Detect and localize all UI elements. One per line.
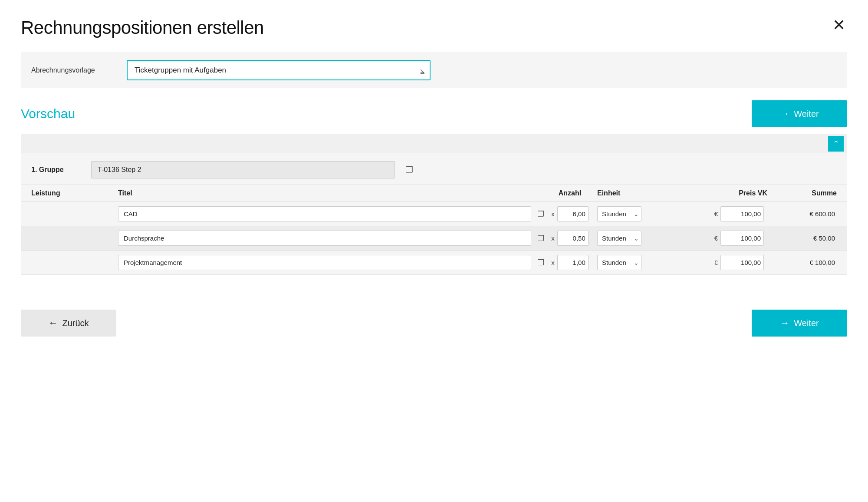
row-anzahl-cell-0: x bbox=[546, 206, 594, 221]
group-name-input[interactable] bbox=[91, 161, 395, 178]
weiter-arrow-bottom: → bbox=[780, 317, 789, 329]
row-title-input-0[interactable] bbox=[118, 206, 531, 221]
zuruck-button[interactable]: ← Zurück bbox=[21, 310, 116, 337]
row-anzahl-cell-2: x bbox=[546, 255, 594, 270]
chevron-up-icon: ⌃ bbox=[833, 139, 839, 149]
dialog-title: Rechnungspositionen erstellen bbox=[21, 17, 264, 38]
row-preis-symbol-0: € bbox=[714, 210, 718, 218]
row-title-cell-2: ❐ bbox=[118, 255, 546, 270]
edit-icon: ❐ bbox=[405, 165, 413, 175]
row-anzahl-input-1[interactable] bbox=[557, 231, 589, 246]
table-row: ❐ x StundenTageStückPauschal ⌄ € € 600,0… bbox=[21, 202, 847, 226]
row-summe-cell-0: € 600,00 bbox=[767, 210, 837, 218]
collapse-button[interactable]: ⌃ bbox=[828, 136, 844, 152]
row-title-input-2[interactable] bbox=[118, 255, 531, 270]
row-x-0: x bbox=[551, 210, 555, 218]
row-x-1: x bbox=[551, 234, 555, 242]
group-row: 1. Gruppe ❐ bbox=[21, 153, 847, 185]
table-header: Leistung Titel Anzahl Einheit Preis VK S… bbox=[21, 185, 847, 202]
row-einheit-cell-0: StundenTageStückPauschal ⌄ bbox=[594, 206, 681, 221]
row-edit-button-0[interactable]: ❐ bbox=[536, 208, 546, 220]
group-label: 1. Gruppe bbox=[31, 166, 83, 174]
abrechnungsvorlage-select[interactable]: Ticketgruppen mit Aufgaben Einzelpositio… bbox=[127, 60, 431, 80]
row-preis-cell-2: € bbox=[681, 255, 767, 270]
edit-icon-2: ❐ bbox=[537, 258, 544, 267]
vorschau-section-header: Vorschau → Weiter bbox=[21, 100, 847, 127]
col-header-preis-vk: Preis VK bbox=[681, 189, 767, 197]
abrechnungsvorlage-label: Abrechnungsvorlage bbox=[31, 66, 127, 74]
einheit-select-1[interactable]: StundenTageStückPauschal bbox=[597, 231, 641, 246]
row-edit-button-2[interactable]: ❐ bbox=[536, 257, 546, 268]
edit-icon-0: ❐ bbox=[537, 210, 544, 218]
weiter-button-bottom[interactable]: → Weiter bbox=[752, 310, 847, 337]
row-preis-cell-1: € bbox=[681, 231, 767, 246]
col-header-anzahl: Anzahl bbox=[546, 189, 594, 197]
row-einheit-cell-1: StundenTageStückPauschal ⌄ bbox=[594, 231, 681, 246]
einheit-select-2[interactable]: StundenTageStückPauschal bbox=[597, 255, 641, 270]
weiter-label-bottom: Weiter bbox=[794, 318, 819, 328]
row-preis-input-1[interactable] bbox=[720, 231, 764, 246]
table-row: ❐ x StundenTageStückPauschal ⌄ € € 50,00 bbox=[21, 226, 847, 251]
row-preis-symbol-2: € bbox=[714, 259, 718, 266]
row-summe-cell-2: € 100,00 bbox=[767, 259, 837, 266]
einheit-select-0[interactable]: StundenTageStückPauschal bbox=[597, 206, 641, 221]
row-x-2: x bbox=[551, 259, 555, 266]
row-title-cell-0: ❐ bbox=[118, 206, 546, 221]
row-edit-button-1[interactable]: ❐ bbox=[536, 233, 546, 244]
collapse-bar: ⌃ bbox=[21, 134, 847, 153]
row-preis-input-0[interactable] bbox=[720, 206, 764, 221]
row-preis-cell-0: € bbox=[681, 206, 767, 221]
row-anzahl-input-2[interactable] bbox=[557, 255, 589, 270]
row-anzahl-cell-1: x bbox=[546, 231, 594, 246]
bottom-bar: ← Zurück → Weiter bbox=[21, 301, 847, 337]
close-button[interactable]: ✕ bbox=[831, 17, 847, 33]
einheit-wrapper-2: StundenTageStückPauschal ⌄ bbox=[597, 255, 641, 270]
content-area: ⌃ 1. Gruppe ❐ Leistung Titel Anzahl Einh… bbox=[21, 134, 847, 275]
row-preis-symbol-1: € bbox=[714, 234, 718, 242]
einheit-wrapper-0: StundenTageStückPauschal ⌄ bbox=[597, 206, 641, 221]
col-header-leistung: Leistung bbox=[31, 189, 118, 197]
table-body: ❐ x StundenTageStückPauschal ⌄ € € 600,0… bbox=[21, 202, 847, 275]
einheit-wrapper-1: StundenTageStückPauschal ⌄ bbox=[597, 231, 641, 246]
group-edit-button[interactable]: ❐ bbox=[403, 164, 416, 176]
col-header-einheit: Einheit bbox=[594, 189, 681, 197]
table-row: ❐ x StundenTageStückPauschal ⌄ € € 100,0… bbox=[21, 251, 847, 275]
abrechnungsvorlage-row: Abrechnungsvorlage Ticketgruppen mit Auf… bbox=[21, 52, 847, 88]
row-title-cell-1: ❐ bbox=[118, 231, 546, 246]
zuruck-arrow-icon: ← bbox=[48, 317, 58, 329]
row-einheit-cell-2: StundenTageStückPauschal ⌄ bbox=[594, 255, 681, 270]
row-title-input-1[interactable] bbox=[118, 231, 531, 246]
row-summe-cell-1: € 50,00 bbox=[767, 234, 837, 242]
row-preis-input-2[interactable] bbox=[720, 255, 764, 270]
col-header-summe: Summe bbox=[767, 189, 837, 197]
abrechnungsvorlage-select-wrapper: Ticketgruppen mit Aufgaben Einzelpositio… bbox=[127, 60, 431, 80]
weiter-label-top: Weiter bbox=[794, 109, 819, 119]
vorschau-title: Vorschau bbox=[21, 106, 75, 121]
col-header-titel: Titel bbox=[118, 189, 546, 197]
weiter-button-top[interactable]: → Weiter bbox=[752, 100, 847, 127]
weiter-arrow-top: → bbox=[780, 108, 789, 119]
zuruck-label: Zurück bbox=[62, 318, 89, 328]
row-anzahl-input-0[interactable] bbox=[557, 206, 589, 221]
edit-icon-1: ❐ bbox=[537, 234, 544, 243]
